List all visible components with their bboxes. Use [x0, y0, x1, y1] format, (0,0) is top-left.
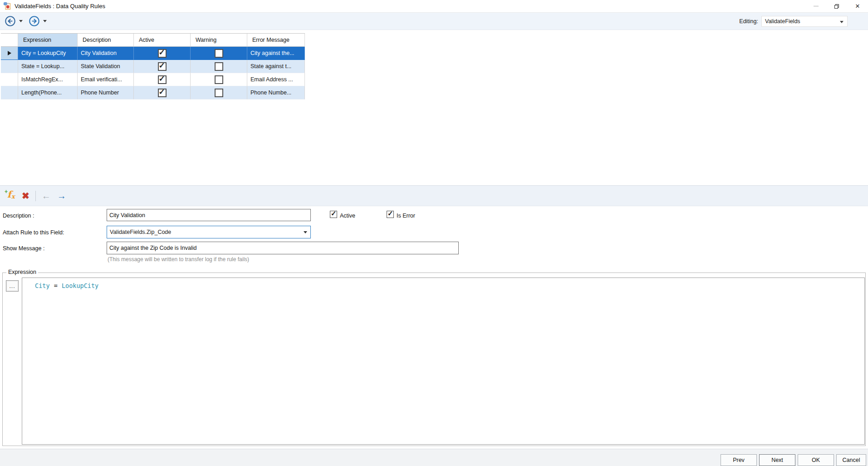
rule-editor-toolbar: + f x ✖ ← →: [0, 185, 868, 206]
back-button[interactable]: [5, 15, 16, 27]
description-input[interactable]: [107, 209, 311, 221]
editing-dropdown-caret-icon: [840, 21, 843, 23]
show-message-label: Show Message :: [3, 245, 44, 252]
cell-error-message[interactable]: Phone Numbe...: [247, 86, 305, 99]
row-selector[interactable]: [1, 47, 18, 60]
previous-rule-button[interactable]: ←: [42, 191, 51, 200]
add-function-fx-icon: f: [7, 189, 11, 200]
grid-header-error-message[interactable]: Error Message: [247, 34, 305, 47]
is-error-checkbox-label: Is Error: [397, 213, 415, 219]
editing-combobox-value: ValidateFields: [765, 18, 800, 25]
active-checkbox[interactable]: [158, 75, 167, 84]
cell-description[interactable]: Phone Number: [78, 86, 134, 99]
cell-warning[interactable]: [191, 86, 247, 99]
cancel-button[interactable]: Cancel: [836, 454, 866, 466]
restore-icon: [834, 4, 839, 9]
navigation-toolbar: Editing: ValidateFields: [0, 13, 868, 30]
active-checkbox[interactable]: [158, 62, 167, 71]
grid-header-selector: [1, 34, 18, 47]
expression-group-label: Expression: [6, 269, 38, 275]
grid-header-description[interactable]: Description: [78, 34, 134, 47]
table-row[interactable]: City = LookupCity City Validation City a…: [1, 47, 305, 60]
prev-button[interactable]: Prev: [721, 454, 757, 466]
expression-operator: =: [54, 282, 62, 289]
grid-header-expression[interactable]: Expression: [18, 34, 78, 47]
delete-icon: ✖: [22, 191, 29, 201]
warning-checkbox[interactable]: [215, 75, 223, 84]
attach-field-combobox-value: ValidateFields.Zip_Code: [110, 229, 171, 235]
table-row[interactable]: Length(Phone... Phone Number Phone Numbe…: [1, 86, 305, 99]
description-label: Description :: [3, 213, 34, 219]
attach-field-dropdown-caret-icon: [304, 231, 307, 233]
cell-warning[interactable]: [191, 60, 247, 73]
add-function-button[interactable]: + f x: [5, 190, 16, 202]
grid-header-active[interactable]: Active: [134, 34, 191, 47]
forward-button[interactable]: [29, 15, 40, 27]
cell-expression[interactable]: IsMatchRegEx...: [18, 73, 78, 86]
minimize-icon: [814, 6, 819, 6]
expression-rhs: LookupCity: [62, 282, 98, 289]
warning-checkbox[interactable]: [215, 89, 223, 97]
cell-expression[interactable]: State = Lookup...: [18, 60, 78, 73]
cell-error-message[interactable]: Email Address ...: [247, 73, 305, 86]
current-row-arrow-icon: [8, 51, 11, 55]
ok-button[interactable]: OK: [798, 454, 834, 466]
rules-grid: Expression Description Active Warning Er…: [1, 33, 305, 99]
warning-checkbox[interactable]: [215, 49, 223, 58]
cell-error-message[interactable]: City against the...: [247, 47, 305, 60]
show-message-input[interactable]: [107, 242, 459, 254]
expression-code-editor[interactable]: City = LookupCity: [22, 278, 865, 445]
next-arrow-icon: →: [57, 191, 66, 201]
app-icon: [4, 2, 11, 10]
cell-active[interactable]: [134, 73, 191, 86]
expression-lhs: City: [35, 282, 50, 289]
minimize-button[interactable]: [805, 0, 826, 12]
editing-combobox[interactable]: ValidateFields: [761, 16, 848, 27]
is-error-checkbox[interactable]: [387, 211, 394, 218]
row-selector[interactable]: [1, 60, 18, 73]
close-icon: ✕: [855, 3, 860, 10]
active-checkbox[interactable]: [158, 89, 167, 97]
row-selector[interactable]: [1, 73, 18, 86]
toolbar-separator: [35, 191, 36, 201]
cell-description[interactable]: City Validation: [78, 47, 134, 60]
forward-dropdown-caret-icon[interactable]: [43, 20, 47, 22]
table-row[interactable]: IsMatchRegEx... Email verificati... Emai…: [1, 73, 305, 86]
window-title: ValidateFields : Data Quality Rules: [15, 3, 105, 10]
attach-field-combobox[interactable]: ValidateFields.Zip_Code: [107, 226, 311, 238]
active-checkbox[interactable]: [330, 211, 337, 218]
back-dropdown-caret-icon[interactable]: [19, 20, 23, 22]
title-bar: ValidateFields : Data Quality Rules ✕: [0, 0, 868, 13]
expression-groupbox: Expression ... City = LookupCity: [2, 273, 866, 446]
cell-active[interactable]: [134, 86, 191, 99]
delete-rule-button[interactable]: ✖: [22, 191, 29, 200]
active-checkbox[interactable]: [158, 49, 167, 58]
cell-warning[interactable]: [191, 73, 247, 86]
previous-arrow-icon: ←: [42, 191, 51, 201]
attach-field-label: Attach Rule to this Field:: [3, 229, 64, 236]
restore-button[interactable]: [826, 0, 847, 12]
forward-icon: [29, 15, 40, 27]
row-selector[interactable]: [1, 86, 18, 99]
warning-checkbox[interactable]: [215, 62, 223, 71]
grid-header-warning[interactable]: Warning: [191, 34, 247, 47]
editing-label: Editing:: [739, 18, 758, 25]
back-icon: [5, 15, 16, 27]
cell-expression[interactable]: City = LookupCity: [18, 47, 78, 60]
cell-error-message[interactable]: State against t...: [247, 60, 305, 73]
grid-header-row: Expression Description Active Warning Er…: [1, 34, 305, 47]
message-hint: (This message will be written to transfe…: [108, 256, 249, 263]
next-button[interactable]: Next: [759, 454, 795, 466]
expression-builder-button[interactable]: ...: [6, 280, 19, 292]
close-button[interactable]: ✕: [847, 0, 868, 12]
active-checkbox-label: Active: [340, 213, 355, 219]
cell-expression[interactable]: Length(Phone...: [18, 86, 78, 99]
cell-description[interactable]: State Validation: [78, 60, 134, 73]
cell-warning[interactable]: [191, 47, 247, 60]
cell-active[interactable]: [134, 47, 191, 60]
next-rule-button[interactable]: →: [57, 191, 66, 200]
cell-description[interactable]: Email verificati...: [78, 73, 134, 86]
cell-active[interactable]: [134, 60, 191, 73]
table-row[interactable]: State = Lookup... State Validation State…: [1, 60, 305, 73]
footer-bar: Prev Next OK Cancel: [0, 449, 868, 466]
